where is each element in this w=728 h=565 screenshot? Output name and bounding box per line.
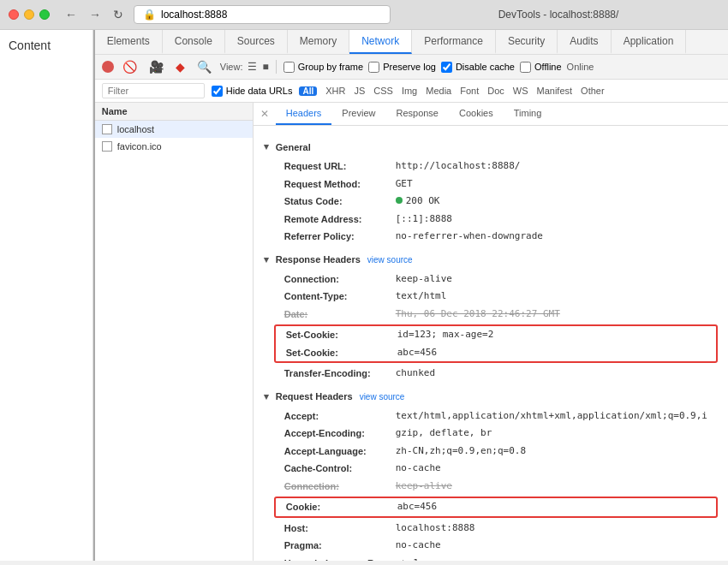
detail-tabs: ✕ Headers Preview Response Cookies Timin… bbox=[254, 103, 728, 126]
search-button[interactable]: 🔍 bbox=[194, 58, 215, 75]
filter-bar: Hide data URLs All XHR JS CSS Img Media … bbox=[95, 80, 728, 103]
browser-title: DevTools - localhost:8888/ bbox=[498, 9, 619, 21]
req-accept-language-row: Accept-Language: zh-CN,zh;q=0.9,en;q=0.8 bbox=[274, 443, 718, 461]
disable-cache-checkbox[interactable] bbox=[441, 62, 452, 73]
filter-ws[interactable]: WS bbox=[511, 85, 530, 97]
forward-button[interactable]: → bbox=[86, 6, 104, 23]
request-method-row: Request Method: GET bbox=[274, 175, 718, 193]
filter-other[interactable]: Other bbox=[579, 85, 606, 97]
request-view-source[interactable]: view source bbox=[360, 392, 405, 401]
disable-cache-label: Disable cache bbox=[441, 62, 515, 73]
filter-doc[interactable]: Doc bbox=[486, 85, 506, 97]
general-rows: Request URL: http://localhost:8888/ Requ… bbox=[264, 158, 718, 246]
status-code-row: Status Code: 200 OK bbox=[274, 193, 718, 211]
tab-console[interactable]: Console bbox=[163, 30, 225, 54]
general-section-title: General bbox=[264, 141, 718, 152]
tab-sources[interactable]: Sources bbox=[225, 30, 288, 54]
filter-media[interactable]: Media bbox=[424, 85, 453, 97]
type-filters: XHR JS CSS Img Media Font Doc WS Manifes… bbox=[324, 85, 606, 97]
view-label: View: bbox=[220, 62, 243, 72]
view-list-icon[interactable]: ☰ bbox=[248, 61, 257, 73]
file-name-favicon: favicon.ico bbox=[117, 141, 162, 152]
set-cookie-highlight-group: Set-Cookie: id=123; max-age=2 Set-Cookie… bbox=[274, 324, 718, 363]
response-set-cookie-1-row: Set-Cookie: id=123; max-age=2 bbox=[276, 326, 716, 344]
detail-tab-response[interactable]: Response bbox=[385, 103, 449, 125]
req-pragma-row: Pragma: no-cache bbox=[274, 537, 718, 555]
request-url-row: Request URL: http://localhost:8888/ bbox=[274, 158, 718, 175]
group-by-frame-checkbox[interactable] bbox=[283, 62, 295, 73]
minimize-button[interactable] bbox=[24, 9, 34, 20]
filter-js[interactable]: JS bbox=[352, 85, 367, 97]
hide-data-urls-label: Hide data URLs bbox=[212, 86, 293, 97]
content-label: Content bbox=[9, 39, 84, 52]
address-text: localhost:8888 bbox=[161, 9, 227, 21]
detail-close-button[interactable]: ✕ bbox=[254, 103, 276, 125]
file-item-favicon[interactable]: favicon.ico bbox=[95, 138, 253, 155]
detail-tab-cookies[interactable]: Cookies bbox=[449, 103, 504, 125]
file-name-localhost: localhost bbox=[117, 124, 154, 134]
tab-elements[interactable]: Elements bbox=[95, 30, 163, 54]
filter-img[interactable]: Img bbox=[400, 85, 419, 97]
online-label: Online bbox=[567, 62, 594, 72]
devtools-content: Name localhost favicon.ico ✕ Headers Pre… bbox=[95, 103, 728, 561]
req-host-row: Host: localhost:8888 bbox=[274, 520, 718, 538]
detail-tab-timing[interactable]: Timing bbox=[504, 103, 552, 125]
devtools-tabs: Elements Console Sources Memory Network … bbox=[95, 30, 728, 55]
record-button[interactable] bbox=[102, 61, 114, 73]
separator-1 bbox=[276, 60, 277, 74]
preserve-log-label: Preserve log bbox=[368, 62, 436, 73]
tab-performance[interactable]: Performance bbox=[412, 30, 496, 54]
filter-font[interactable]: Font bbox=[458, 85, 480, 97]
details-panel: ✕ Headers Preview Response Cookies Timin… bbox=[254, 103, 728, 561]
response-set-cookie-2-row: Set-Cookie: abc=456 bbox=[276, 344, 716, 362]
tab-memory[interactable]: Memory bbox=[288, 30, 349, 54]
tab-security[interactable]: Security bbox=[496, 30, 558, 54]
tab-application[interactable]: Application bbox=[612, 30, 687, 54]
req-upgrade-row: Upgrade-Insecure-Requests: 1 bbox=[274, 555, 718, 562]
cookie-highlight-group: Cookie: abc=456 bbox=[274, 497, 718, 518]
traffic-lights bbox=[9, 9, 50, 20]
file-checkbox-favicon bbox=[102, 141, 112, 152]
req-cache-control-row: Cache-Control: no-cache bbox=[274, 460, 718, 478]
offline-label: Offline bbox=[520, 62, 562, 73]
filter-css[interactable]: CSS bbox=[372, 85, 395, 97]
offline-checkbox[interactable] bbox=[520, 62, 531, 73]
response-date-row: Date: Thu, 06 Dec 2018 22:46:27 GMT bbox=[274, 306, 718, 324]
all-badge[interactable]: All bbox=[299, 86, 317, 96]
tab-network[interactable]: Network bbox=[349, 30, 412, 54]
response-header-rows: Connection: keep-alive Content-Type: tex… bbox=[264, 271, 718, 383]
remote-address-row: Remote Address: [::1]:8888 bbox=[274, 211, 718, 229]
content-sidebar: Content bbox=[0, 30, 93, 561]
req-connection-row: Connection: keep-alive bbox=[274, 478, 718, 496]
refresh-button[interactable]: ↻ bbox=[110, 6, 127, 23]
tab-audits[interactable]: Audits bbox=[558, 30, 611, 54]
preserve-log-checkbox[interactable] bbox=[368, 62, 379, 73]
file-list-header: Name bbox=[95, 103, 253, 121]
hide-data-urls-checkbox[interactable] bbox=[212, 86, 223, 97]
filter-manifest[interactable]: Manifest bbox=[535, 85, 575, 97]
filter-xhr[interactable]: XHR bbox=[324, 85, 347, 97]
clear-button[interactable]: 🚫 bbox=[119, 58, 140, 75]
address-bar[interactable]: 🔒 localhost:8888 bbox=[134, 5, 391, 24]
back-button[interactable]: ← bbox=[62, 6, 81, 23]
close-button[interactable] bbox=[9, 9, 19, 20]
group-by-frame-label: Group by frame bbox=[283, 62, 363, 73]
detail-content: General Request URL: http://localhost:88… bbox=[254, 126, 728, 561]
request-headers-title: Request Headers view source bbox=[264, 391, 718, 402]
req-cookie-row: Cookie: abc=456 bbox=[276, 498, 716, 516]
response-content-type-row: Content-Type: text/html bbox=[274, 288, 718, 306]
detail-tab-headers[interactable]: Headers bbox=[276, 103, 332, 125]
view-detail-icon[interactable]: ■ bbox=[262, 61, 268, 73]
devtools-panel: Elements Console Sources Memory Network … bbox=[93, 30, 728, 561]
lock-icon: 🔒 bbox=[143, 9, 156, 21]
file-item-localhost[interactable]: localhost bbox=[95, 121, 253, 138]
detail-tab-preview[interactable]: Preview bbox=[331, 103, 385, 125]
response-view-source[interactable]: view source bbox=[367, 255, 413, 265]
file-list: Name localhost favicon.ico bbox=[95, 103, 254, 561]
filter-input[interactable] bbox=[102, 83, 205, 98]
filter-button[interactable]: ◆ bbox=[172, 58, 188, 75]
devtools-toolbar: 🚫 🎥 ◆ 🔍 View: ☰ ■ Group by frame Preserv… bbox=[95, 55, 728, 80]
camera-button[interactable]: 🎥 bbox=[146, 58, 167, 75]
maximize-button[interactable] bbox=[39, 9, 50, 20]
req-accept-encoding-row: Accept-Encoding: gzip, deflate, br bbox=[274, 425, 718, 443]
